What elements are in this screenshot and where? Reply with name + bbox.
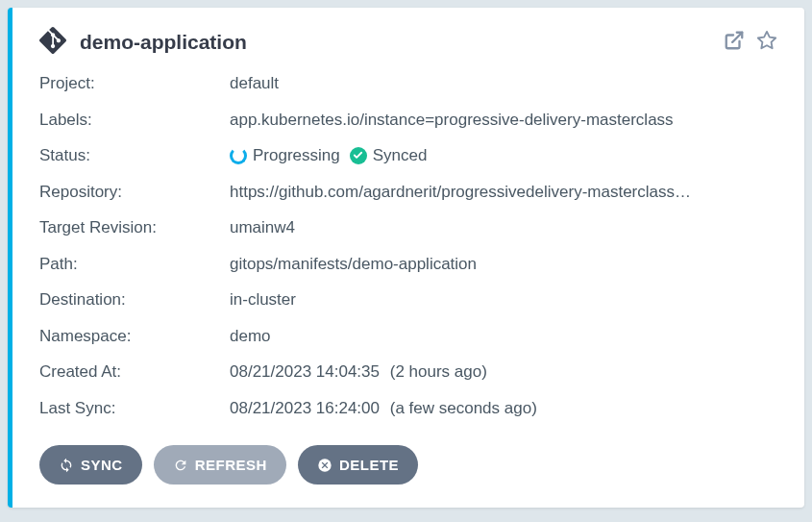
delete-button-label: DELETE xyxy=(339,457,399,473)
path-label: Path: xyxy=(39,252,230,277)
delete-icon xyxy=(317,458,332,473)
progressing-text: Progressing xyxy=(253,143,340,168)
sync-button-label: SYNC xyxy=(81,457,123,473)
status-label: Status: xyxy=(39,143,230,168)
refresh-button-label: REFRESH xyxy=(195,457,267,473)
last-sync-row: Last Sync: 08/21/2023 16:24:00 (a few se… xyxy=(39,390,777,427)
sync-icon xyxy=(59,458,74,473)
status-progressing: Progressing xyxy=(230,143,340,168)
project-label: Project: xyxy=(39,71,230,96)
progressing-icon xyxy=(230,147,247,164)
synced-text: Synced xyxy=(373,143,428,168)
external-link-icon[interactable] xyxy=(724,30,745,55)
last-sync-label: Last Sync: xyxy=(39,396,230,421)
application-card: demo-application Project: default Labels… xyxy=(8,8,804,508)
repository-value: https://github.com/agardnerit/progressiv… xyxy=(230,180,777,205)
created-at-timestamp: 08/21/2023 14:04:35 xyxy=(230,362,380,381)
labels-value: app.kubernetes.io/instance=progressive-d… xyxy=(230,108,777,133)
svg-marker-1 xyxy=(758,32,775,48)
project-value: default xyxy=(230,71,777,96)
status-row: Status: Progressing Synced xyxy=(39,137,777,174)
card-header: demo-application xyxy=(39,27,777,58)
target-revision-label: Target Revision: xyxy=(39,215,230,240)
star-icon[interactable] xyxy=(756,30,777,55)
labels-label: Labels: xyxy=(39,108,230,133)
svg-line-0 xyxy=(732,33,742,42)
git-icon xyxy=(39,27,66,58)
destination-value: in-cluster xyxy=(230,287,777,312)
status-value: Progressing Synced xyxy=(230,143,777,168)
created-at-row: Created At: 08/21/2023 14:04:35 (2 hours… xyxy=(39,354,777,390)
last-sync-timestamp: 08/21/2023 16:24:00 xyxy=(230,399,380,417)
destination-label: Destination: xyxy=(39,287,230,312)
status-synced: Synced xyxy=(350,143,428,168)
destination-row: Destination: in-cluster xyxy=(39,282,777,318)
path-value: gitops/manifests/demo-application xyxy=(230,252,777,277)
project-row: Project: default xyxy=(39,65,777,102)
created-at-value: 08/21/2023 14:04:35 (2 hours ago) xyxy=(230,360,777,385)
sync-button[interactable]: SYNC xyxy=(39,445,142,485)
labels-row: Labels: app.kubernetes.io/instance=progr… xyxy=(39,102,777,138)
target-revision-value: umainw4 xyxy=(230,215,777,240)
refresh-button[interactable]: REFRESH xyxy=(154,445,286,485)
delete-button[interactable]: DELETE xyxy=(298,445,418,485)
action-bar: SYNC REFRESH DELETE xyxy=(39,445,777,485)
app-title: demo-application xyxy=(80,31,724,54)
header-actions xyxy=(724,30,777,55)
created-at-relative: (2 hours ago) xyxy=(390,362,487,381)
target-revision-row: Target Revision: umainw4 xyxy=(39,210,777,246)
created-at-label: Created At: xyxy=(39,360,230,385)
repository-label: Repository: xyxy=(39,180,230,205)
namespace-row: Namespace: demo xyxy=(39,318,777,355)
repository-row: Repository: https://github.com/agardneri… xyxy=(39,174,777,211)
last-sync-value: 08/21/2023 16:24:00 (a few seconds ago) xyxy=(230,396,777,421)
last-sync-relative: (a few seconds ago) xyxy=(390,399,537,417)
synced-icon xyxy=(350,147,367,164)
namespace-label: Namespace: xyxy=(39,324,230,349)
refresh-icon xyxy=(173,458,188,473)
namespace-value: demo xyxy=(230,324,777,349)
path-row: Path: gitops/manifests/demo-application xyxy=(39,246,777,283)
